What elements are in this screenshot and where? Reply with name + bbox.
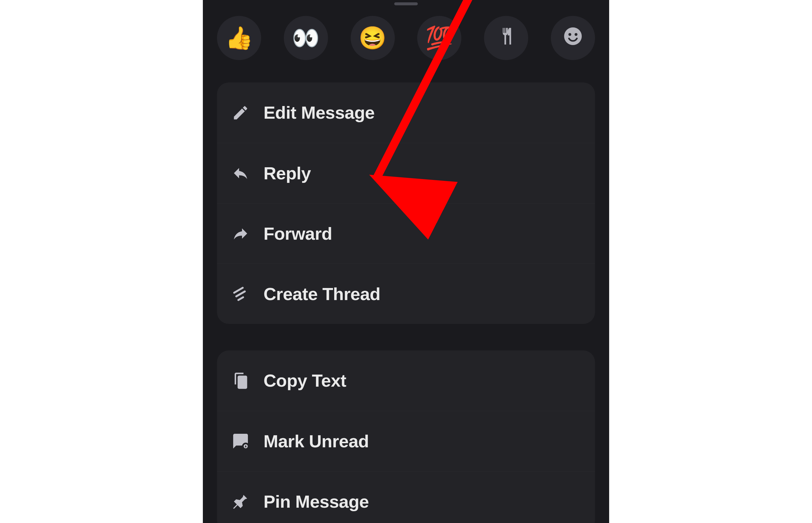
thumbs-up-icon: 👍 (225, 27, 253, 49)
thumbs-up-reaction[interactable]: 👍 (217, 16, 261, 60)
edit-message-item[interactable]: Edit Message (217, 83, 595, 143)
eyes-icon: 👀 (292, 27, 320, 49)
hundred-icon: 💯 (425, 27, 454, 49)
forward-label: Forward (263, 223, 332, 244)
copy-text-item[interactable]: Copy Text (217, 350, 595, 411)
thread-icon (232, 285, 250, 303)
laugh-icon: 😆 (358, 27, 387, 49)
svg-rect-5 (237, 296, 244, 301)
svg-point-6 (242, 443, 250, 450)
mark-unread-item[interactable]: Mark Unread (217, 411, 595, 471)
fork-knife-reaction[interactable] (484, 16, 528, 60)
svg-point-1 (569, 33, 571, 36)
add-reaction-button[interactable] (551, 16, 595, 60)
create-thread-item[interactable]: Create Thread (217, 264, 595, 324)
hundred-reaction[interactable]: 💯 (417, 16, 461, 60)
message-actions-primary-group: Edit Message Reply Forward Create Thread (217, 83, 595, 324)
pin-message-label: Pin Message (263, 491, 369, 512)
reply-item[interactable]: Reply (217, 143, 595, 203)
drag-handle[interactable] (394, 2, 418, 5)
svg-point-2 (575, 33, 578, 36)
fork-knife-icon (496, 26, 516, 50)
mark-unread-icon (232, 432, 250, 450)
pin-message-item[interactable]: Pin Message (217, 471, 595, 523)
forward-arrow-icon (232, 225, 250, 242)
message-actions-secondary-group: Copy Text Mark Unread Pin Message (217, 350, 595, 523)
forward-item[interactable]: Forward (217, 203, 595, 264)
laugh-reaction[interactable]: 😆 (351, 16, 395, 60)
copy-icon (232, 372, 250, 390)
edit-message-label: Edit Message (263, 103, 374, 123)
svg-point-0 (564, 28, 582, 45)
message-action-sheet: 👍 👀 😆 💯 Edit Message (203, 0, 609, 523)
smile-plus-icon (562, 25, 584, 50)
pencil-icon (232, 104, 250, 122)
eyes-reaction[interactable]: 👀 (284, 16, 328, 60)
reply-arrow-icon (232, 164, 250, 182)
quick-reactions-row: 👍 👀 😆 💯 (203, 16, 609, 60)
reply-label: Reply (263, 163, 311, 183)
mark-unread-label: Mark Unread (263, 431, 369, 451)
create-thread-label: Create Thread (263, 284, 381, 304)
copy-text-label: Copy Text (263, 371, 346, 391)
pin-icon (232, 493, 250, 510)
